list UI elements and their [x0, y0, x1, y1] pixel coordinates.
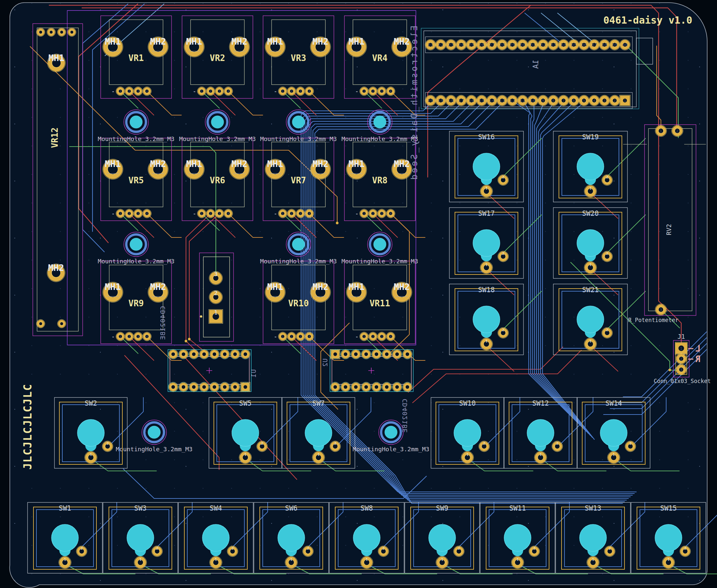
label: 2 [232, 546, 234, 551]
pad-hole [192, 353, 195, 356]
label: 3 [299, 89, 301, 93]
label: 1 [244, 453, 247, 457]
ref-label: SW15 [660, 504, 677, 512]
mounting-hole-label: MountingHole_3.2mm_M3 [353, 446, 429, 453]
label: 1 [201, 89, 203, 93]
hole [211, 116, 224, 128]
keyswitch-hole [473, 230, 500, 256]
pad-hole [395, 353, 399, 356]
keyswitch-hole [577, 153, 604, 180]
label: 3 [660, 307, 662, 312]
keyswitch-hole [473, 306, 500, 333]
label: 36 [582, 42, 587, 47]
mounting-hole-label: MountingHole_3.2mm_M3 [341, 135, 418, 142]
pad-hole [244, 353, 247, 356]
keyswitch-hole [579, 524, 607, 551]
label: 2 [609, 546, 611, 551]
label: 2 [334, 441, 337, 446]
pad-hole [39, 31, 42, 34]
label: 1 [120, 89, 121, 93]
pad-hole [213, 353, 216, 356]
label: 2 [606, 175, 608, 180]
ref-label: SW8 [360, 504, 373, 512]
label: 1 [485, 186, 488, 191]
label: MH2 [150, 159, 166, 169]
label: 4 [390, 89, 392, 93]
ref-label: SW7 [312, 399, 325, 407]
label: 3 [218, 212, 220, 215]
label: MH1 [349, 282, 365, 292]
pad-hole [375, 385, 378, 389]
label: MH2 [394, 159, 410, 169]
label: 1 [589, 263, 592, 267]
label: MH1 [349, 159, 365, 169]
label: MH2 [232, 159, 248, 169]
label: 8 [552, 98, 555, 103]
label: 2 [291, 212, 293, 215]
label: 3 [137, 335, 139, 338]
pad-hole [171, 353, 175, 356]
ref-label: SW4 [210, 504, 222, 512]
label: - [111, 333, 115, 340]
pad-hole [364, 353, 368, 356]
via[interactable] [336, 222, 338, 224]
label: 2 [156, 546, 159, 551]
label: 4 [308, 212, 310, 215]
label: 2 [483, 441, 485, 446]
label: 14 [489, 98, 494, 103]
label: 6 [572, 98, 575, 103]
pad-hole [334, 385, 337, 389]
pad-hole [223, 385, 227, 389]
label: 1 [441, 558, 443, 562]
via[interactable] [669, 369, 671, 371]
label: 3 [603, 98, 606, 103]
label: 1 [120, 335, 121, 338]
label: 2 [458, 546, 460, 551]
j1-value: Conn_01x03_Socket [654, 378, 711, 384]
ref-label: VR10 [288, 298, 309, 308]
ref-label: SW16 [478, 133, 495, 141]
u2-value-mirrored: CD4021BE [401, 399, 409, 433]
label: 2 [556, 441, 558, 446]
label: MH1 [105, 159, 121, 169]
label: 2 [210, 212, 212, 215]
label: 3 [137, 212, 139, 215]
ref-label: SW14 [606, 399, 622, 407]
label: 2 [502, 175, 504, 180]
label: 2 [128, 335, 130, 338]
keyswitch-hole [527, 419, 554, 446]
label: 13 [500, 98, 505, 103]
label: 1 [363, 89, 365, 93]
label: 2 [128, 89, 130, 93]
keyswitch-hole [600, 419, 627, 446]
pcb-canvas[interactable]: MH1MH2VR11234-MH1MH2VR21234-MH1MH2VR3123… [0, 0, 717, 588]
keyswitch-hole [278, 524, 305, 551]
u1-ref-mirrored: U1 [250, 369, 257, 378]
label: 33 [551, 42, 556, 47]
label: 1 [282, 212, 284, 215]
pad-hole [171, 385, 175, 389]
pad-hole [203, 385, 206, 389]
label: MH2 [313, 282, 329, 292]
ref-label: VR6 [210, 175, 225, 185]
ref-label: SW3 [134, 504, 147, 512]
pad-hole [354, 385, 358, 389]
label: 4 [390, 335, 392, 338]
label: 16 [469, 98, 474, 103]
label: 2 [372, 212, 374, 215]
pad-hole [213, 385, 216, 389]
label: 1 [64, 558, 66, 562]
label: 18 [448, 98, 454, 103]
footprint-j1[interactable]: 123 [673, 340, 689, 377]
label: 2 [372, 335, 374, 338]
hole [292, 116, 305, 128]
label: 4 [227, 89, 229, 93]
via[interactable] [185, 340, 187, 342]
keyswitch-hole [504, 524, 531, 551]
mounting-hole-label: MountingHole_3.2mm_M3 [98, 258, 174, 265]
via[interactable] [188, 338, 191, 340]
ref-label: SW20 [582, 210, 599, 217]
label: MH1 [267, 36, 283, 46]
mounting-hole-label: MountingHole_3.2mm_M3 [260, 135, 337, 142]
j1-ref: J1 [678, 333, 685, 340]
